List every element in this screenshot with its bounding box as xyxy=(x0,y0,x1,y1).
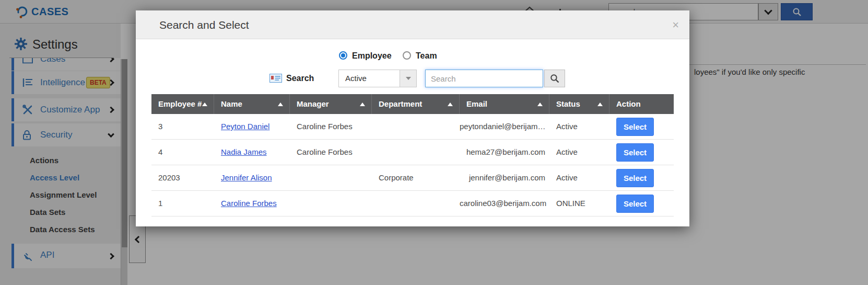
cell-department xyxy=(372,114,460,140)
results-table: Employee # Name Manager Department Email… xyxy=(151,94,674,216)
col-label: Email xyxy=(466,99,487,108)
cell-department xyxy=(372,191,460,216)
status-filter-dropdown[interactable]: Active xyxy=(338,70,417,87)
cell-manager: Caroline Forbes xyxy=(290,140,372,165)
cell-manager: Caroline Forbes xyxy=(290,114,372,140)
dropdown-caret-button[interactable] xyxy=(400,70,416,87)
close-icon[interactable]: × xyxy=(672,10,679,39)
cell-employee-no: 20203 xyxy=(151,165,214,191)
col-label: Manager xyxy=(297,99,329,108)
cell-employee-no: 4 xyxy=(151,140,214,165)
cell-name: Caroline Forbes xyxy=(214,191,290,216)
search-and-select-modal: Search and Select × Employee Team Search xyxy=(136,10,689,226)
cell-name: Peyton Daniel xyxy=(214,114,290,140)
cell-employee-no: 1 xyxy=(151,191,214,216)
col-header-department[interactable]: Department xyxy=(372,94,460,114)
cell-manager xyxy=(290,165,372,191)
entity-type-radio-group: Employee Team xyxy=(136,51,689,61)
col-label: Name xyxy=(221,99,242,108)
sort-asc-icon[interactable] xyxy=(360,102,365,106)
cell-department: Corporate xyxy=(372,165,460,191)
radio-dot xyxy=(341,53,345,58)
modal-search-row: Search Active xyxy=(136,70,689,87)
sort-asc-icon[interactable] xyxy=(448,102,453,106)
select-button[interactable]: Select xyxy=(616,195,654,213)
col-header-manager[interactable]: Manager xyxy=(290,94,372,114)
cell-action: Select xyxy=(609,165,674,191)
table-row: 4 Nadia James Caroline Forbes hema27@ber… xyxy=(151,140,674,165)
modal-search-input[interactable] xyxy=(425,70,543,87)
table-row: 1 Caroline Forbes caroline03@berijam.com… xyxy=(151,191,674,216)
employee-radio-label[interactable]: Employee xyxy=(352,51,392,61)
sort-asc-icon[interactable] xyxy=(597,102,603,106)
id-card-icon xyxy=(269,74,282,83)
cell-email: hema27@berijam.com xyxy=(460,140,549,165)
cell-name: Jennifer Alison xyxy=(214,165,290,191)
cell-status: Active xyxy=(549,165,609,191)
cell-action: Select xyxy=(609,140,674,165)
search-label: Search xyxy=(286,70,314,87)
modal-header: Search and Select × xyxy=(136,10,689,39)
sort-asc-icon[interactable] xyxy=(278,102,283,106)
employee-name-link[interactable]: Peyton Daniel xyxy=(221,122,269,131)
col-label: Status xyxy=(556,99,580,108)
employee-name-link[interactable]: Jennifer Alison xyxy=(221,173,272,182)
team-radio[interactable] xyxy=(403,51,411,60)
table-header-row: Employee # Name Manager Department Email… xyxy=(151,94,674,114)
cell-employee-no: 3 xyxy=(151,114,214,140)
cell-email: jennifer@berijam.com xyxy=(460,165,549,191)
cell-status: Active xyxy=(549,114,609,140)
modal-title: Search and Select xyxy=(159,10,249,39)
modal-search-button[interactable] xyxy=(544,70,565,87)
sort-asc-icon[interactable] xyxy=(202,102,207,106)
employee-name-link[interactable]: Caroline Forbes xyxy=(221,199,277,208)
team-radio-label[interactable]: Team xyxy=(416,51,437,61)
cell-action: Select xyxy=(609,114,674,140)
table-row: 3 Peyton Daniel Caroline Forbes peytonda… xyxy=(151,114,674,140)
cell-status: ONLINE xyxy=(549,191,609,216)
col-header-action: Action xyxy=(609,94,674,114)
cell-manager xyxy=(290,191,372,216)
screen: CASES xyxy=(0,0,868,285)
status-filter-value: Active xyxy=(345,70,367,87)
col-label: Action xyxy=(616,99,641,108)
cell-action: Select xyxy=(609,191,674,216)
cell-email: caroline03@berijam.com xyxy=(460,191,549,216)
table-row: 20203 Jennifer Alison Corporate jennifer… xyxy=(151,165,674,191)
cell-status: Active xyxy=(549,140,609,165)
employee-name-link[interactable]: Nadia James xyxy=(221,147,267,156)
cell-email: peytondaniel@berijam… xyxy=(460,114,549,140)
select-button[interactable]: Select xyxy=(616,169,654,187)
col-header-email[interactable]: Email xyxy=(460,94,549,114)
caret-down-icon xyxy=(406,77,411,80)
col-header-name[interactable]: Name xyxy=(214,94,290,114)
select-button[interactable]: Select xyxy=(616,118,654,136)
col-label: Employee # xyxy=(158,99,202,108)
sort-asc-icon[interactable] xyxy=(537,102,543,106)
magnifier-icon xyxy=(549,73,560,84)
col-header-employee-no[interactable]: Employee # xyxy=(151,94,214,114)
cell-department xyxy=(372,140,460,165)
col-header-status[interactable]: Status xyxy=(549,94,609,114)
select-button[interactable]: Select xyxy=(616,143,654,162)
col-label: Department xyxy=(379,99,422,108)
employee-radio[interactable] xyxy=(339,51,347,60)
cell-name: Nadia James xyxy=(214,140,290,165)
